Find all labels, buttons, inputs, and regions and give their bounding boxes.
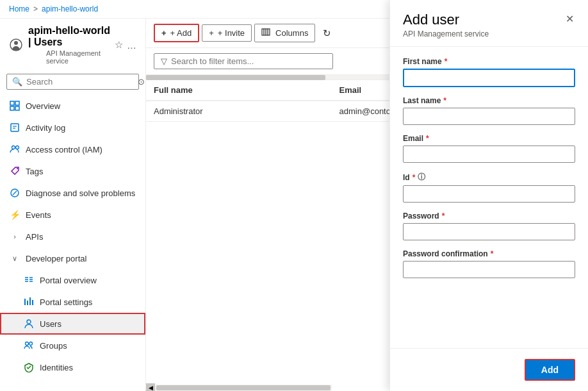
svg-point-10 <box>16 146 19 149</box>
sidebar-item-activity-log[interactable]: Activity log <box>0 117 145 138</box>
sidebar-subtitle: API Management service <box>46 49 115 65</box>
password-confirm-input[interactable] <box>403 261 575 278</box>
svg-point-25 <box>26 342 29 345</box>
sidebar-item-label: Activity log <box>26 123 65 133</box>
sidebar-item-label: Access control (IAM) <box>26 145 102 154</box>
close-button[interactable]: ✕ <box>564 12 575 26</box>
svg-rect-20 <box>24 299 26 305</box>
invite-button[interactable]: + + Invite <box>202 24 252 42</box>
portal-settings-icon <box>23 296 35 308</box>
sidebar-title: apim-hello-world | Users <box>28 25 115 48</box>
sidebar-item-apis[interactable]: › APIs <box>0 226 145 247</box>
first-name-input[interactable] <box>403 69 575 87</box>
id-input[interactable] <box>403 185 575 203</box>
activity-log-icon <box>9 122 20 133</box>
identities-icon <box>23 362 35 373</box>
required-indicator: * <box>443 96 446 105</box>
svg-point-24 <box>27 320 31 324</box>
sidebar-item-access-control[interactable]: Access control (IAM) <box>0 138 145 160</box>
scroll-left-button[interactable]: ◀ <box>146 383 155 391</box>
breadcrumb-sep: > <box>33 4 38 13</box>
add-button[interactable]: + + Add <box>154 24 199 42</box>
sidebar-header: apim-hello-world | Users API Management … <box>0 19 145 69</box>
required-indicator: * <box>412 173 416 182</box>
panel-header: Add user API Management service ✕ <box>390 0 588 47</box>
service-icon <box>9 37 23 53</box>
sidebar-item-diagnose[interactable]: Diagnose and solve problems <box>0 182 145 204</box>
favorite-button[interactable]: ☆ <box>115 39 123 51</box>
form-group-password-confirm: Password confirmation * <box>403 249 575 278</box>
columns-button[interactable]: Columns <box>254 24 315 42</box>
refresh-button[interactable]: ↻ <box>318 24 336 42</box>
breadcrumb-home[interactable]: Home <box>9 4 29 13</box>
add-user-panel: Add user API Management service ✕ First … <box>389 0 588 391</box>
panel-title: Add user <box>403 12 489 28</box>
overview-icon <box>9 100 20 112</box>
sidebar-item-label: Portal settings <box>40 297 92 307</box>
sidebar-nav: Overview Activity log Access control (IA… <box>0 95 145 391</box>
sidebar-search-box[interactable]: 🔍 ⊙ « <box>6 74 139 90</box>
panel-footer: Add <box>390 348 588 391</box>
sidebar-item-users[interactable]: Users <box>0 313 145 335</box>
svg-point-1 <box>14 41 18 45</box>
sidebar-item-label: Portal overview <box>40 276 97 285</box>
required-indicator: * <box>442 212 445 220</box>
form-group-email: Email * <box>403 134 575 163</box>
sidebar-item-label: Groups <box>40 341 67 351</box>
col-fullname[interactable]: Full name <box>146 80 332 101</box>
email-input[interactable] <box>403 146 575 163</box>
svg-rect-21 <box>27 301 28 305</box>
svg-rect-2 <box>10 101 14 105</box>
svg-point-26 <box>29 342 33 345</box>
required-indicator: * <box>445 57 448 66</box>
sidebar-item-portal-settings[interactable]: Portal settings <box>0 291 145 313</box>
sidebar-item-label: APIs <box>26 232 43 242</box>
sidebar-item-label: Developer portal <box>26 254 86 263</box>
search-input[interactable] <box>26 77 134 87</box>
id-label: Id * ⓘ <box>403 172 575 183</box>
password-input[interactable] <box>403 223 575 240</box>
required-indicator: * <box>426 134 429 143</box>
filter-input-box[interactable]: ▽ <box>154 53 333 69</box>
refresh-icon: ↻ <box>323 28 331 39</box>
sidebar-item-label: Identities <box>40 363 73 372</box>
sidebar-item-tags[interactable]: Tags <box>0 160 145 182</box>
svg-rect-3 <box>15 101 19 105</box>
filter-input[interactable] <box>171 56 326 66</box>
last-name-input[interactable] <box>403 108 575 125</box>
sidebar-item-label: Overview <box>26 101 60 111</box>
breadcrumb-current[interactable]: apim-hello-world <box>42 4 98 13</box>
panel-body: First name * Last name * Email * Id <box>390 47 588 348</box>
password-label: Password * <box>403 212 575 220</box>
sidebar-item-developer-portal[interactable]: ∨ Developer portal <box>0 247 145 269</box>
sidebar-item-events[interactable]: ⚡ Events <box>0 204 145 226</box>
svg-point-9 <box>12 146 15 149</box>
sidebar-item-identities[interactable]: Identities <box>0 356 145 378</box>
groups-icon <box>23 340 35 351</box>
panel-subtitle: API Management service <box>403 29 489 38</box>
svg-rect-23 <box>32 300 33 305</box>
info-icon[interactable]: ⓘ <box>418 172 425 183</box>
more-options-button[interactable]: … <box>127 40 136 51</box>
events-icon: ⚡ <box>9 209 20 220</box>
filter-icon: ⊙ <box>138 77 145 87</box>
svg-rect-22 <box>29 297 31 305</box>
portal-overview-icon <box>23 274 35 286</box>
sidebar: apim-hello-world | Users API Management … <box>0 19 146 391</box>
sidebar-item-overview[interactable]: Overview <box>0 95 145 117</box>
email-label: Email * <box>403 134 575 143</box>
form-group-password: Password * <box>403 212 575 240</box>
cell-fullname: Administrator <box>146 101 332 122</box>
sidebar-item-label: Tags <box>26 167 43 176</box>
diagnose-icon <box>9 187 20 199</box>
add-submit-button[interactable]: Add <box>525 359 575 381</box>
form-group-first-name: First name * <box>403 57 575 87</box>
sidebar-item-groups[interactable]: Groups <box>0 335 145 356</box>
sidebar-item-portal-overview[interactable]: Portal overview <box>0 269 145 291</box>
form-group-id: Id * ⓘ <box>403 172 575 203</box>
svg-rect-5 <box>15 106 19 110</box>
users-icon <box>23 318 35 329</box>
svg-rect-6 <box>11 124 19 131</box>
first-name-label: First name * <box>403 57 575 66</box>
search-icon: 🔍 <box>12 77 22 87</box>
